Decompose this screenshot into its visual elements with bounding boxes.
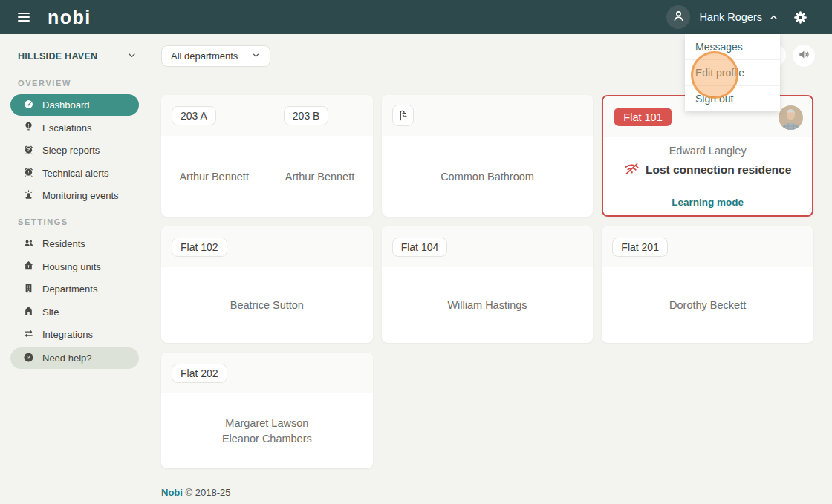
sidebar-item-label: Residents [42,238,85,249]
swap-arrows-icon [23,328,34,341]
sidebar-item-label: Escalations [42,122,91,134]
unit-card-flat-202[interactable]: Flat 202 Margaret Lawson Eleanor Chamber… [161,353,373,468]
bulb-alert-icon [23,121,34,134]
resident-name: Arthur Bennett [285,171,355,183]
status-row: Lost connection residence [624,161,791,179]
learning-mode-link[interactable]: Learning mode [672,197,744,208]
hamburger-menu-icon[interactable] [18,13,30,22]
site-name: HILLSIDE HAVEN [18,51,97,62]
sidebar-item-label: Need help? [42,353,92,364]
sidebar-item-dashboard[interactable]: Dashboard [10,94,139,116]
card-header: Flat 104 [382,226,594,267]
person-icon [672,9,686,26]
sidebar-item-housing-units[interactable]: Housing units [10,256,139,278]
resident-name: William Hastings [447,299,527,311]
section-label-settings: SETTINGS [18,217,149,226]
menu-item-edit-profile[interactable]: Edit profile [685,59,780,85]
sidebar-item-site[interactable]: Site [10,301,139,323]
gauge-icon [23,99,34,112]
sidebar-item-label: Technical alerts [42,168,109,179]
alarm-clock-alert-icon [23,166,34,180]
sidebar-item-residents[interactable]: Residents [10,233,139,255]
user-dropdown-menu: Messages Edit profile Sign out [685,34,780,111]
sidebar-item-label: Site [42,307,59,318]
sidebar-item-escalations[interactable]: Escalations [10,117,139,139]
gear-icon[interactable] [793,10,808,25]
residents-list: Margaret Lawson Eleanor Chambers [222,417,312,445]
card-body: William Hastings [382,267,594,343]
card-header: Flat 201 [602,226,813,267]
building-icon [23,283,34,296]
question-icon: ? [23,352,34,365]
card-body: Edward Langley Lost connection residence… [603,137,812,215]
flat-chip: Flat 202 [172,364,227,383]
user-name[interactable]: Hank Rogers [699,11,762,23]
flat-chip: Flat 201 [612,238,668,257]
sidebar: HILLSIDE HAVEN OVERVIEW Dashboard Escala… [0,34,149,498]
site-selector[interactable]: HILLSIDE HAVEN [0,45,149,68]
resident-name: Margaret Lawson [225,417,308,429]
department-filter-select[interactable]: All departments [161,45,270,67]
resident-avatar[interactable] [779,105,803,130]
resident-name: Arthur Bennett [179,171,249,183]
menu-item-sign-out[interactable]: Sign out [685,85,780,111]
housing-units-grid: 203 A 203 B Arthur Bennett Arthur Bennet… [161,95,813,468]
card-body: Beatrice Sutton [161,267,373,343]
alarm-clock-sleep-icon [23,144,34,157]
topbar-right-controls: Hank Rogers [666,5,808,29]
resident-name: Dorothy Beckett [669,299,746,311]
siren-icon [23,189,34,203]
flat-chip-alert: Flat 101 [614,108,672,126]
unit-card-203[interactable]: 203 A 203 B Arthur Bennett Arthur Bennet… [161,95,373,217]
department-filter-value: All departments [171,50,238,62]
card-body: Common Bathroom [382,136,594,217]
people-icon [23,238,34,251]
footer-brand-link[interactable]: Nobi [161,487,183,498]
sidebar-item-label: Dashboard [42,99,90,111]
status-text: Lost connection residence [646,163,791,177]
sound-toggle-button[interactable] [793,45,815,67]
unit-card-common-bathroom[interactable]: Common Bathroom [382,95,594,217]
resident-name: Beatrice Sutton [230,299,304,311]
svg-text:?: ? [27,354,30,361]
sidebar-item-need-help[interactable]: ? Need help? [10,347,139,369]
footer-copyright-text: © 2018-25 [186,487,231,498]
card-header: 203 A 203 B [161,95,373,136]
sidebar-item-technical-alerts[interactable]: Technical alerts [10,163,139,184]
card-header: Flat 202 [161,353,373,393]
flat-chip: Flat 102 [172,238,227,257]
user-avatar-button[interactable] [666,5,690,29]
sidebar-item-departments[interactable]: Departments [10,278,139,300]
menu-item-messages[interactable]: Messages [685,34,780,59]
sidebar-item-label: Departments [42,284,97,295]
section-label-overview: OVERVIEW [18,79,149,88]
shower-icon [392,105,414,126]
resident-name: Eleanor Chambers [222,433,312,445]
sidebar-item-label: Housing units [42,261,101,272]
unit-card-flat-201[interactable]: Flat 201 Dorothy Beckett [602,226,813,343]
sidebar-item-label: Monitoring events [42,190,119,201]
sidebar-item-label: Integrations [42,329,93,340]
room-chip: 203 A [172,106,216,125]
chevron-down-icon [251,50,261,62]
sidebar-item-integrations[interactable]: Integrations [10,324,139,345]
footer-copyright: Nobi © 2018-25 [161,487,813,498]
sidebar-item-label: Sleep reports [42,145,100,156]
card-body: Dorothy Beckett [602,267,813,343]
sidebar-item-sleep-reports[interactable]: Sleep reports [10,140,139,161]
top-bar: nobi Hank Rogers [0,0,832,34]
chevron-down-icon [126,50,137,64]
house-lock-icon [23,260,34,273]
chevron-up-icon[interactable] [768,12,779,23]
unit-card-flat-104[interactable]: Flat 104 William Hastings [382,226,594,343]
resident-name: Edward Langley [669,145,747,157]
unit-card-flat-101[interactable]: Flat 101 Edward Langley Lost connection … [602,95,813,217]
app-logo: nobi [48,7,91,28]
sidebar-item-monitoring-events[interactable]: Monitoring events [10,185,139,206]
card-body: Margaret Lawson Eleanor Chambers [161,393,373,468]
speaker-icon [797,48,811,65]
card-header [382,95,594,136]
home-icon [23,305,34,318]
unit-card-flat-102[interactable]: Flat 102 Beatrice Sutton [161,226,373,343]
card-header: Flat 102 [161,226,373,267]
